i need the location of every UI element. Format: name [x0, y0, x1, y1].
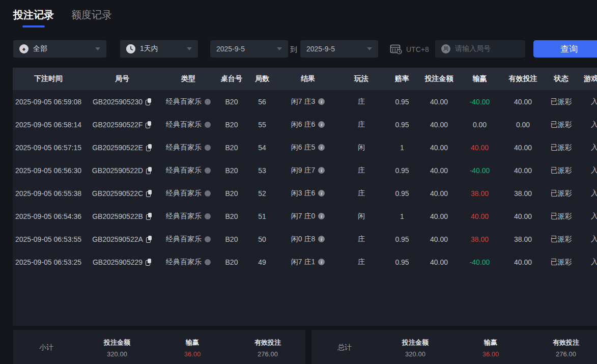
cell-round-no: 53	[247, 166, 277, 175]
video-dot-icon[interactable]	[205, 259, 211, 265]
column-header: 输赢	[458, 74, 501, 83]
video-dot-icon[interactable]	[205, 213, 211, 219]
cell-valid-bet: 40.00	[501, 258, 545, 266]
cell-status: 已派彩	[545, 258, 578, 267]
column-header: 局号	[84, 74, 160, 83]
cell-play: 庄	[338, 235, 384, 244]
cell-type: 经典百家乐	[160, 97, 216, 106]
video-dot-icon[interactable]	[205, 190, 211, 197]
copy-icon[interactable]	[146, 98, 152, 105]
tab-betting-records[interactable]: 投注记录	[13, 8, 54, 27]
copy-icon[interactable]	[146, 213, 152, 219]
cell-result: 闲0 庄8i	[277, 235, 338, 244]
date-to-label: 到	[290, 45, 297, 54]
video-dot-icon[interactable]	[205, 122, 211, 128]
cell-time: 2025-09-05 06:53:25	[13, 258, 84, 266]
copy-icon[interactable]	[146, 190, 152, 197]
cell-round-no: 55	[247, 121, 277, 129]
copy-icon[interactable]	[146, 236, 152, 242]
column-header: 下注时间	[13, 74, 84, 83]
cell-valid-bet: 0.00	[501, 121, 545, 129]
video-dot-icon[interactable]	[205, 236, 211, 242]
video-dot-icon[interactable]	[205, 167, 211, 174]
column-header: 结果	[277, 74, 338, 83]
cell-mode: 入座	[578, 143, 597, 152]
date-to-value: 2025-9-5	[306, 45, 335, 53]
date-from-select[interactable]: 2025-9-5	[210, 40, 288, 58]
cell-bet: 40.00	[420, 212, 458, 220]
cell-round-id: GB202590522D	[84, 166, 160, 175]
cell-odds: 1	[384, 212, 420, 220]
table-row: 2025-09-05 06:54:36GB202590522B经典百家乐B205…	[13, 205, 597, 228]
cell-result: 闲3 庄6i	[277, 189, 338, 198]
cell-status: 已派彩	[545, 189, 578, 198]
table-row: 2025-09-05 06:58:14GB202590522F经典百家乐B205…	[13, 113, 597, 136]
time-range-select[interactable]: 1天内	[120, 40, 198, 58]
cell-result: 闲6 庄6i	[277, 120, 338, 129]
total-valid-bet: 有效投注 276.00	[528, 338, 597, 358]
cell-odds: 0.95	[384, 166, 420, 175]
info-icon[interactable]: i	[318, 259, 325, 265]
chevron-down-icon	[187, 47, 192, 50]
info-icon[interactable]: i	[318, 167, 325, 174]
info-icon[interactable]: i	[318, 121, 325, 128]
chevron-down-icon	[367, 47, 372, 50]
column-header: 局数	[247, 74, 277, 83]
copy-icon[interactable]	[146, 259, 152, 265]
cell-table-no: B20	[216, 235, 247, 243]
cell-result: 闲7 庄1i	[277, 258, 338, 267]
subtotal-valid-bet: 有效投注 276.00	[230, 338, 305, 358]
video-dot-icon[interactable]	[205, 145, 211, 151]
calendar-clock-icon[interactable]	[390, 44, 402, 54]
cell-valid-bet: 40.00	[501, 166, 545, 175]
cell-valid-bet: 38.00	[501, 189, 545, 198]
cell-table-no: B20	[216, 212, 247, 220]
cell-type: 经典百家乐	[160, 143, 216, 152]
column-header: 有效投注	[501, 74, 545, 83]
column-header: 类型	[160, 74, 216, 83]
cell-play: 闲	[338, 212, 384, 221]
tab-quota-records[interactable]: 额度记录	[71, 8, 112, 27]
cell-round-id: GB2025905229	[84, 258, 160, 266]
info-icon[interactable]: i	[318, 144, 325, 151]
cell-status: 已派彩	[545, 166, 578, 175]
game-type-select[interactable]: ♠ 全部	[13, 40, 106, 58]
cell-bet: 40.00	[420, 258, 458, 266]
cell-time: 2025-09-05 06:55:38	[13, 189, 84, 198]
round-badge-icon: 局	[441, 44, 450, 53]
info-icon[interactable]: i	[318, 190, 325, 197]
cell-odds: 0.95	[384, 98, 420, 106]
cell-play: 庄	[338, 189, 384, 198]
cell-mode: 入座	[578, 120, 597, 129]
chevron-down-icon	[95, 47, 100, 50]
copy-icon[interactable]	[146, 144, 152, 151]
info-icon[interactable]: i	[318, 98, 325, 105]
time-range-value: 1天内	[140, 44, 158, 53]
cell-mode: 入座	[578, 189, 597, 198]
copy-icon[interactable]	[146, 121, 152, 128]
cell-round-no: 50	[247, 235, 277, 243]
info-icon[interactable]: i	[318, 236, 325, 242]
cell-status: 已派彩	[545, 143, 578, 152]
cell-odds: 0.95	[384, 121, 420, 129]
column-header: 赔率	[384, 74, 420, 83]
cell-table-no: B20	[216, 258, 247, 266]
spade-icon: ♠	[19, 44, 29, 53]
cell-round-no: 49	[247, 258, 277, 266]
column-header: 状态	[545, 74, 578, 83]
query-button[interactable]: 查询	[533, 40, 597, 58]
cell-win-loss: 38.00	[458, 235, 501, 243]
cell-type: 经典百家乐	[160, 212, 216, 221]
cell-valid-bet: 40.00	[501, 212, 545, 220]
video-dot-icon[interactable]	[205, 99, 211, 105]
cell-result: 闲6 庄5i	[277, 143, 338, 152]
cell-bet: 40.00	[420, 121, 458, 129]
info-icon[interactable]: i	[318, 213, 325, 219]
cell-table-no: B20	[216, 98, 247, 106]
table-row: 2025-09-05 06:57:15GB202590522E经典百家乐B205…	[13, 136, 597, 159]
table-row: 2025-09-05 06:55:38GB202590522C经典百家乐B205…	[13, 182, 597, 205]
round-id-input[interactable]: 局 请输入局号	[435, 40, 525, 58]
copy-icon[interactable]	[146, 167, 152, 174]
date-to-select[interactable]: 2025-9-5	[300, 40, 378, 58]
table-row: 2025-09-05 06:53:25GB2025905229经典百家乐B204…	[13, 250, 597, 273]
